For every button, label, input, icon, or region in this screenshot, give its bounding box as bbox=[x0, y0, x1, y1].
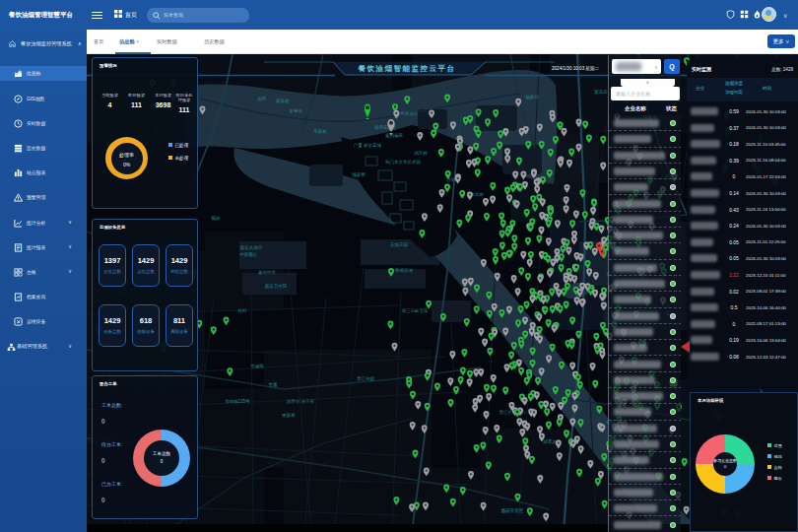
svg-text:杨家圩: 杨家圩 bbox=[525, 95, 539, 100]
svg-text:首由线135号: 首由线135号 bbox=[225, 399, 250, 404]
svg-text:蜜家桥: 蜜家桥 bbox=[282, 413, 296, 418]
svg-text:京瑞线: 京瑞线 bbox=[250, 364, 264, 368]
svg-text:玄素: 玄素 bbox=[269, 382, 279, 387]
svg-text:贵江市拆: 贵江市拆 bbox=[357, 376, 375, 381]
svg-text:桂科: 桂科 bbox=[238, 308, 248, 313]
svg-text:中国银行: 中国银行 bbox=[239, 251, 258, 257]
svg-text:钱家壹: 钱家壹 bbox=[352, 171, 366, 177]
svg-text:闲型: 闲型 bbox=[258, 96, 268, 102]
svg-text:湖三马歇宝廷: 湖三马歇宝廷 bbox=[402, 307, 430, 313]
svg-text:香湖天酒: 香湖天酒 bbox=[395, 267, 414, 273]
svg-text:凯门木文化艺术园: 凯门木文化艺术园 bbox=[385, 159, 421, 165]
svg-text:紫荆瑞苑: 紫荆瑞苑 bbox=[385, 133, 404, 138]
svg-text:天线花园: 天线花园 bbox=[390, 242, 408, 247]
svg-text:水淹沟: 水淹沟 bbox=[289, 108, 302, 113]
svg-text:新安卫生院: 新安卫生院 bbox=[265, 283, 288, 289]
svg-text:泰伯中学: 泰伯中学 bbox=[258, 270, 277, 275]
svg-text:毛家村: 毛家村 bbox=[312, 128, 327, 135]
svg-text:新安大酒店: 新安大酒店 bbox=[240, 245, 263, 250]
svg-text:铜鼓: 铜鼓 bbox=[211, 215, 222, 221]
svg-text:梨花庄: 梨花庄 bbox=[594, 89, 608, 95]
svg-text:蠡园开发区: 蠡园开发区 bbox=[501, 507, 524, 513]
svg-text:水塔寺 油子所: 水塔寺 油子所 bbox=[287, 399, 315, 404]
